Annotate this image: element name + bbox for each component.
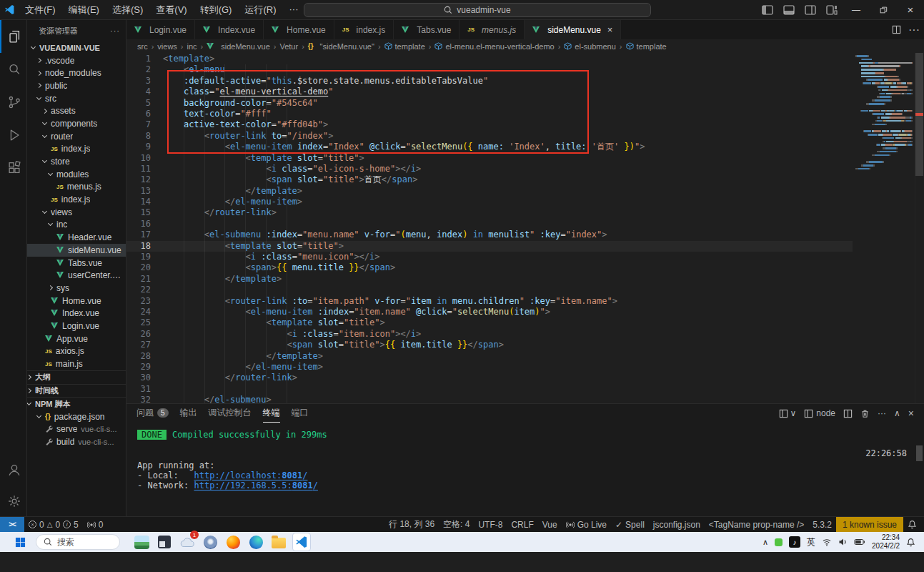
tree-item-public[interactable]: public [27,79,126,92]
status-空格: 4[interactable]: 空格: 4 [439,517,474,533]
section-NPM 脚本[interactable]: NPM 脚本 [27,398,126,410]
tree-item-components[interactable]: components [27,117,126,130]
code-line-32[interactable]: 32 </el-submenu> [126,395,853,403]
battery-icon[interactable] [854,538,865,546]
code-line-24[interactable]: 24 <el-menu-item :index="item.name" @cli… [126,307,853,317]
taskbar-clock[interactable]: 22:34 2024/2/2 [872,533,900,551]
tree-item-Login.vue[interactable]: Login.vue [27,320,126,332]
code-line-14[interactable]: 14 </el-menu-item> [126,197,853,207]
vscode-taskbar-icon[interactable] [292,533,311,551]
ports-status[interactable]: 0 [83,517,108,533]
taskbar-search[interactable]: 搜索 [36,534,120,550]
breadcrumb-item[interactable]: inc [187,42,197,51]
settings-gear-icon[interactable] [0,486,27,516]
tree-item-store[interactable]: store [27,155,126,168]
npm-build[interactable]: buildvue-cli-s... [27,435,126,448]
toggle-sidebar-icon[interactable] [757,0,778,20]
edge-icon[interactable] [247,533,265,551]
activity-run-debug[interactable] [0,119,27,152]
panel-tab-终端[interactable]: 终端 [263,404,280,423]
menu-6[interactable]: ··· [282,4,304,16]
activity-search[interactable] [0,53,27,86]
breadcrumb-item[interactable]: template [384,42,425,51]
code-line-22[interactable]: 22 [126,285,853,295]
tab-sideMenu.vue[interactable]: sideMenu.vue× [525,20,621,39]
minimize-button[interactable]: — [843,0,870,20]
code-line-25[interactable]: 25 <template slot="title"> [126,317,853,328]
terminal-scrollbar[interactable] [916,445,923,461]
code-line-4[interactable]: 4 class="el-menu-vertical-demo" [126,87,853,97]
code-line-15[interactable]: 15 </router-link> [126,207,853,218]
kill-terminal-icon[interactable] [860,409,870,418]
breadcrumb-item[interactable]: el-submenu [564,42,615,51]
status-CRLF[interactable]: CRLF [507,517,537,533]
code-line-1[interactable]: 1<template> [126,54,853,64]
status-<TagName prop-name />[interactable]: <TagName prop-name /> [705,517,808,533]
wifi-icon[interactable] [822,538,832,546]
tab-Index.vue[interactable]: Index.vue [195,20,264,39]
tree-item-assets[interactable]: assets [27,104,126,117]
tab-close-icon[interactable]: × [607,24,613,35]
toggle-secondary-sidebar-icon[interactable] [800,0,821,20]
editor-scrollbar[interactable] [915,53,924,403]
tree-item-.vscode[interactable]: .vscode [27,54,126,67]
command-center-search[interactable]: vueadmin-vue [304,3,651,17]
tree-item-Index.vue[interactable]: Index.vue [27,307,126,320]
tree-item-views[interactable]: views [27,206,126,219]
code-line-17[interactable]: 17 <el-submenu :index="menu.name" v-for=… [126,230,853,240]
notification-bell-icon[interactable] [906,538,915,547]
breadcrumb-item[interactable]: el-menu.el-menu-vertical-demo [434,42,554,51]
terminal-output[interactable]: DONECompiled successfully in 299ms App r… [126,423,924,490]
menu-0[interactable]: 文件(F) [19,4,62,16]
account-icon[interactable] [0,453,27,486]
breadcrumb-item[interactable]: sideMenu.vue [207,42,270,51]
minimap[interactable] [855,55,913,172]
tree-item-VUEADMIN-VUE[interactable]: VUEADMIN-VUE [27,41,126,54]
start-button[interactable] [10,533,30,551]
menu-1[interactable]: 编辑(E) [62,4,106,16]
panel-more-icon[interactable]: ··· [878,408,886,418]
panel-tab-端口[interactable]: 端口 [292,404,309,423]
tree-item-sys[interactable]: sys [27,282,126,295]
code-line-18[interactable]: 18 <template slot="title"> [126,241,853,252]
close-panel-icon[interactable]: × [908,408,914,419]
problems-status[interactable]: × 0 △ 0 i 5 [24,517,83,533]
file-explorer-icon[interactable] [269,533,288,551]
code-line-26[interactable]: 26 <i :class="item.icon"></i> [126,329,853,340]
activity-source-control[interactable] [0,86,27,119]
status-Go Live[interactable]: Go Live [562,517,611,533]
code-line-19[interactable]: 19 <i :class="menu.icon"></i> [126,252,853,262]
code-line-29[interactable]: 29 </el-menu-item> [126,362,853,373]
code-editor[interactable]: 1<template>2 <el-menu3 :default-active="… [126,53,924,403]
tree-item-index.js[interactable]: JSindex.js [27,143,126,156]
tab-Login.vue[interactable]: Login.vue [126,20,195,39]
status-行 18, 列 36[interactable]: 行 18, 列 36 [384,517,439,533]
breadcrumb-item[interactable]: views [157,42,177,51]
tree-item-menus.js[interactable]: JSmenus.js [27,181,126,194]
launch-profile-icon[interactable]: ∨ [779,408,797,418]
status-Vue[interactable]: Vue [538,517,562,533]
code-line-5[interactable]: 5 background-color="#545c64" [126,98,853,109]
breadcrumb-item[interactable]: template [626,42,667,51]
tab-Tabs.vue[interactable]: Tabs.vue [394,20,459,39]
task-view-icon[interactable] [155,533,174,551]
code-line-23[interactable]: 23 <router-link :to="item.path" v-for="i… [126,296,853,307]
split-terminal-icon[interactable] [843,409,853,418]
tree-item-src[interactable]: src [27,92,126,105]
editor-more-icon[interactable]: ··· [908,24,920,36]
tree-item-App.vue[interactable]: App.vue [27,332,126,345]
section-大纲[interactable]: 大纲 [27,371,126,384]
tree-item-Home.vue[interactable]: Home.vue [27,295,126,307]
status-UTF-8[interactable]: UTF-8 [474,517,507,533]
ime-indicator[interactable]: 英 [807,536,815,548]
code-line-7[interactable]: 7 active-text-color="#ffd04b"> [126,119,853,130]
tab-index.js[interactable]: JSindex.js [334,20,394,39]
panel-tab-调试控制台[interactable]: 调试控制台 [209,404,252,423]
widgets-weather-icon[interactable] [132,533,151,551]
tab-Home.vue[interactable]: Home.vue [264,20,334,39]
breadcrumb-item[interactable]: Vetur [279,42,298,51]
tree-item-router[interactable]: router [27,130,126,143]
tree-item-userCenter.vue[interactable]: userCenter.vue [27,269,126,282]
status-jsconfig.json[interactable]: jsconfig.json [649,517,705,533]
notifications-bell-icon[interactable] [903,517,924,533]
